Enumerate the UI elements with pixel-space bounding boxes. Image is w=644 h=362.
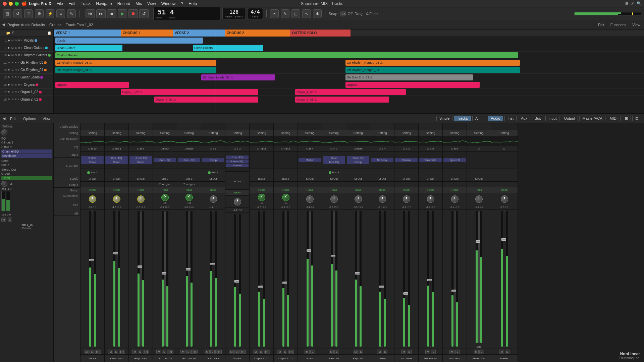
mini-mute-btn[interactable]: M	[1, 218, 6, 222]
mixer-back-btn[interactable]: ◀	[3, 116, 5, 121]
fx-tag[interactable]: Linear EQ	[129, 156, 152, 160]
track-rec[interactable]: R	[18, 39, 20, 42]
mac-window-controls[interactable]	[3, 2, 19, 6]
fader-with-vu[interactable]	[370, 210, 394, 349]
ch-automation[interactable]: Read	[298, 187, 322, 193]
ch-automation[interactable]: Read	[443, 187, 467, 193]
fx-tag[interactable]: St-Delay	[371, 158, 393, 162]
ch-setting[interactable]: Setting	[250, 130, 273, 136]
ch-output[interactable]: St Out	[419, 176, 442, 182]
mixer-edit-btn[interactable]: Edit	[8, 116, 18, 121]
track-view-btn[interactable]: View	[631, 22, 642, 27]
ch-name-label[interactable]: Stereo Out	[467, 355, 491, 362]
fader-with-vu[interactable]	[153, 210, 177, 349]
mute-btn[interactable]: M	[353, 350, 358, 354]
ch-name-label[interactable]: Vox Verb	[443, 355, 467, 362]
ch-group[interactable]	[346, 182, 370, 187]
solo-btn[interactable]: S	[186, 350, 191, 354]
ch-output[interactable]: St Out	[225, 179, 249, 184]
ch-automation[interactable]: Read	[419, 187, 442, 193]
fx-tag[interactable]: Spread	[226, 164, 249, 167]
ir-btn[interactable]: I R	[95, 350, 101, 354]
input-view-btn[interactable]: Input	[545, 116, 559, 121]
pan-knob[interactable]	[89, 195, 96, 203]
fader-slider[interactable]	[116, 211, 117, 347]
solo-btn[interactable]: S	[210, 350, 215, 354]
fader-with-vu[interactable]	[467, 210, 491, 345]
ch-name-label[interactable]: Rhyt...itars	[129, 355, 153, 362]
fx-tag[interactable]: Ensemble	[419, 158, 442, 162]
fader-with-vu[interactable]	[322, 210, 346, 349]
ch-group[interactable]	[491, 182, 518, 187]
fast-forward-btn[interactable]: ⏭	[96, 9, 106, 18]
fader-slider[interactable]	[189, 211, 190, 347]
region-guitars-1[interactable]: Clean Guitars	[55, 45, 122, 51]
region-organs-label[interactable]: Organs	[55, 82, 129, 88]
fader-with-vu[interactable]	[491, 210, 518, 349]
region-organ2-2[interactable]: Organ_2_03 ⚠	[295, 97, 389, 103]
fader-slider[interactable]	[454, 211, 455, 347]
mini-bus-label[interactable]: Bus 7	[4, 145, 12, 149]
ch-input[interactable]	[491, 146, 518, 152]
track-row[interactable]: 10 ▶ M S R I Rhythm Guitars	[0, 52, 53, 59]
ch-group[interactable]	[129, 182, 153, 187]
mini-fx2[interactable]: Enveloper	[1, 154, 52, 158]
track-row[interactable]: 11 M S R I Gtr Rhythm_03	[0, 59, 53, 66]
menu-bar[interactable]: File Edit Track Navigate Record Mix View…	[57, 1, 197, 6]
track-row[interactable]: 12 M S R I Gtr Rhythm_04	[0, 66, 53, 74]
mixer-options-btn[interactable]: Options	[21, 116, 38, 121]
fader-slider[interactable]	[92, 211, 93, 347]
ch-group[interactable]	[467, 182, 491, 187]
ch-automation[interactable]: Read	[274, 187, 298, 193]
expand-view-btn[interactable]: ⊡	[632, 116, 641, 121]
ch-automation[interactable]: Read	[322, 187, 346, 193]
single-view-btn[interactable]: Single	[436, 116, 453, 121]
fader-slider[interactable]	[504, 211, 505, 347]
ch-group[interactable]	[298, 182, 322, 187]
ch-group[interactable]	[394, 182, 418, 187]
ch-setting[interactable]: Setting	[346, 130, 370, 136]
ch-group[interactable]	[419, 182, 442, 187]
ch-setting[interactable]: Setting	[177, 130, 201, 136]
fx-tag[interactable]: Con...EQ	[105, 156, 128, 160]
ch-automation[interactable]: Read	[201, 187, 225, 193]
ch-input[interactable]: B 7	[298, 146, 322, 152]
ch-input[interactable]: Input	[346, 146, 370, 152]
cycle-btn[interactable]: ↺	[139, 9, 149, 18]
maximize-btn[interactable]	[15, 2, 19, 6]
region-gtr04-2[interactable]: Gtr Rhythm_merged_04	[345, 67, 520, 73]
ch-group[interactable]	[443, 182, 467, 187]
fader-with-vu[interactable]	[394, 210, 418, 349]
ch-name-label[interactable]: Organs	[225, 355, 249, 362]
mute-btn[interactable]: M	[499, 350, 504, 354]
mute-btn[interactable]: M	[377, 350, 382, 354]
solo-btn[interactable]: S	[162, 350, 166, 354]
ir-btn[interactable]: I R	[143, 350, 149, 354]
fader-with-vu[interactable]	[129, 210, 153, 349]
fader-slider[interactable]	[478, 211, 480, 343]
mini-fx1[interactable]: Channel EQ	[1, 149, 52, 154]
mini-knob1[interactable]	[1, 129, 7, 135]
ch-name-label[interactable]: Gtr...hm_03	[153, 355, 177, 362]
fader-slider[interactable]	[430, 211, 431, 347]
fader-with-vu[interactable]	[298, 210, 322, 349]
mini-bus-send[interactable]: Bus 7	[1, 163, 9, 167]
fx-tag[interactable]: Comp	[129, 160, 152, 164]
pan-knob[interactable]	[355, 195, 362, 203]
pan-knob[interactable]	[185, 194, 193, 201]
ch-setting[interactable]: Setting	[225, 130, 249, 136]
region-organ2[interactable]: Organ_2_02 ⚠	[154, 97, 258, 103]
fader-with-vu[interactable]	[346, 210, 370, 349]
track-mute[interactable]: M	[11, 39, 14, 42]
ch-group[interactable]: 2: od gtrs	[177, 182, 201, 187]
ir-btn[interactable]: I R	[239, 350, 246, 354]
track-row[interactable]: 16 ▶ M S R I Organs	[0, 81, 53, 88]
mini-input-label[interactable]: Input 1	[4, 141, 13, 144]
ch-automation[interactable]: Read	[105, 187, 128, 193]
ch-name-label[interactable]: Keys_02	[346, 355, 370, 362]
ch-setting[interactable]: Setting	[153, 130, 177, 136]
mini-pan-knob[interactable]	[1, 181, 7, 187]
fader-with-vu[interactable]	[443, 210, 467, 349]
record-btn[interactable]: ⏺	[128, 9, 138, 18]
track-expand[interactable]: ▶	[8, 39, 10, 42]
